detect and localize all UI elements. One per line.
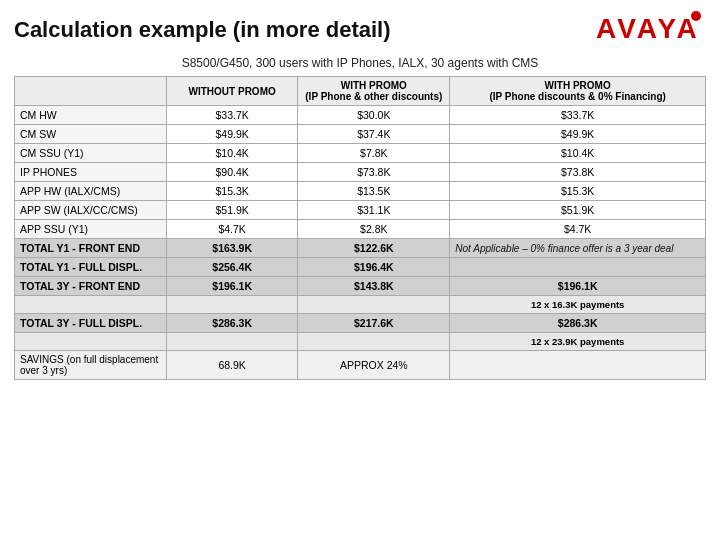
cell-with-promo1: $2.8K xyxy=(298,220,450,239)
table-row: CM SW $49.9K $37.4K $49.9K xyxy=(15,125,706,144)
cell-no-promo: $51.9K xyxy=(167,201,298,220)
row-label: CM SW xyxy=(15,125,167,144)
payment-note: 12 x 16.3K payments xyxy=(450,296,706,314)
table-row-payment: 12 x 23.9K payments xyxy=(15,333,706,351)
table-row: CM HW $33.7K $30.0K $33.7K xyxy=(15,106,706,125)
svg-point-1 xyxy=(691,11,701,21)
avaya-logo: AVAYA xyxy=(596,10,706,50)
cell-with-promo2 xyxy=(450,258,706,277)
col-header-label xyxy=(15,77,167,106)
row-label: CM HW xyxy=(15,106,167,125)
cell-with-promo1: $7.8K xyxy=(298,144,450,163)
cell-with-promo1: $30.0K xyxy=(298,106,450,125)
cell-no-promo: $256.4K xyxy=(167,258,298,277)
col-header-with-promo1: WITH PROMO(IP Phone & other discounts) xyxy=(298,77,450,106)
header-row: Calculation example (in more detail) AVA… xyxy=(14,10,706,50)
table-row-payment: 12 x 16.3K payments xyxy=(15,296,706,314)
page-title: Calculation example (in more detail) xyxy=(14,17,391,43)
cell-with-promo1: $13.5K xyxy=(298,182,450,201)
cell-no-promo: $4.7K xyxy=(167,220,298,239)
row-label: TOTAL Y1 - FULL DISPL. xyxy=(15,258,167,277)
row-label: TOTAL Y1 - FRONT END xyxy=(15,239,167,258)
row-label: TOTAL 3Y - FULL DISPL. xyxy=(15,314,167,333)
cell-with-promo2: $196.1K xyxy=(450,277,706,296)
cell-no-promo: $10.4K xyxy=(167,144,298,163)
cell-with-promo2: $51.9K xyxy=(450,201,706,220)
table-row: APP HW (IALX/CMS) $15.3K $13.5K $15.3K xyxy=(15,182,706,201)
table-row-savings: SAVINGS (on full displacement over 3 yrs… xyxy=(15,351,706,380)
cell-with-promo2: $73.8K xyxy=(450,163,706,182)
cell-no-promo: $286.3K xyxy=(167,314,298,333)
row-label: TOTAL 3Y - FRONT END xyxy=(15,277,167,296)
cell-no-promo: $90.4K xyxy=(167,163,298,182)
row-label: APP HW (IALX/CMS) xyxy=(15,182,167,201)
table-row: CM SSU (Y1) $10.4K $7.8K $10.4K xyxy=(15,144,706,163)
cell-with-promo1: $196.4K xyxy=(298,258,450,277)
table-row: IP PHONES $90.4K $73.8K $73.8K xyxy=(15,163,706,182)
cell-with-promo2: $33.7K xyxy=(450,106,706,125)
cell-no-promo: $33.7K xyxy=(167,106,298,125)
cell-with-promo1: $37.4K xyxy=(298,125,450,144)
row-label: IP PHONES xyxy=(15,163,167,182)
cell-no-promo: $49.9K xyxy=(167,125,298,144)
col-header-no-promo: WITHOUT PROMO xyxy=(167,77,298,106)
payment-note: 12 x 23.9K payments xyxy=(450,333,706,351)
table-row-total: TOTAL Y1 - FRONT END $163.9K $122.6K Not… xyxy=(15,239,706,258)
cell-with-promo1: $122.6K xyxy=(298,239,450,258)
cell-with-promo2: $10.4K xyxy=(450,144,706,163)
savings-no-promo: 68.9K xyxy=(167,351,298,380)
cell-with-promo1: $73.8K xyxy=(298,163,450,182)
cell-with-promo2: $286.3K xyxy=(450,314,706,333)
cell-with-promo1: $143.8K xyxy=(298,277,450,296)
cell-with-promo1: $31.1K xyxy=(298,201,450,220)
not-applicable-note: Not Applicable – 0% finance offer is a 3… xyxy=(450,239,706,258)
cell-no-promo: $163.9K xyxy=(167,239,298,258)
table-row: APP SSU (Y1) $4.7K $2.8K $4.7K xyxy=(15,220,706,239)
row-label: APP SW (IALX/CC/CMS) xyxy=(15,201,167,220)
row-label: CM SSU (Y1) xyxy=(15,144,167,163)
table-row: APP SW (IALX/CC/CMS) $51.9K $31.1K $51.9… xyxy=(15,201,706,220)
subtitle: S8500/G450, 300 users with IP Phones, IA… xyxy=(14,56,706,70)
cell-with-promo2: $15.3K xyxy=(450,182,706,201)
savings-with-promo2 xyxy=(450,351,706,380)
table-row-total: TOTAL 3Y - FULL DISPL. $286.3K $217.6K $… xyxy=(15,314,706,333)
savings-with-promo1: APPROX 24% xyxy=(298,351,450,380)
cell-with-promo2: $4.7K xyxy=(450,220,706,239)
data-table: WITHOUT PROMO WITH PROMO(IP Phone & othe… xyxy=(14,76,706,380)
col-header-with-promo2: WITH PROMO(IP Phone discounts & 0% Finan… xyxy=(450,77,706,106)
cell-with-promo2: $49.9K xyxy=(450,125,706,144)
cell-no-promo: $15.3K xyxy=(167,182,298,201)
row-label: APP SSU (Y1) xyxy=(15,220,167,239)
svg-text:AVAYA: AVAYA xyxy=(596,13,700,44)
cell-no-promo: $196.1K xyxy=(167,277,298,296)
savings-label: SAVINGS (on full displacement over 3 yrs… xyxy=(15,351,167,380)
page: Calculation example (in more detail) AVA… xyxy=(0,0,720,540)
table-row-total: TOTAL 3Y - FRONT END $196.1K $143.8K $19… xyxy=(15,277,706,296)
cell-with-promo1: $217.6K xyxy=(298,314,450,333)
table-row-total: TOTAL Y1 - FULL DISPL. $256.4K $196.4K xyxy=(15,258,706,277)
